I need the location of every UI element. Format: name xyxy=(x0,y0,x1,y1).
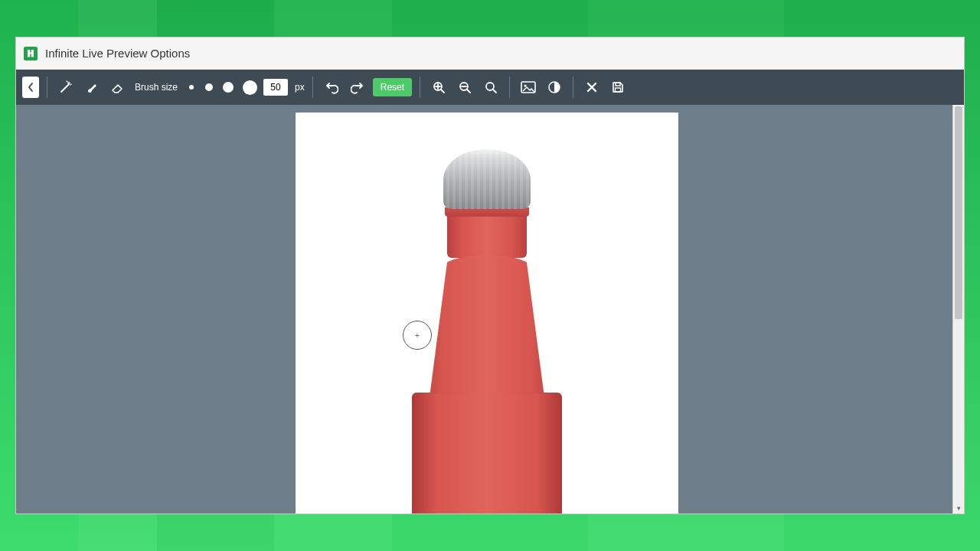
brush-tool-icon[interactable] xyxy=(81,77,103,98)
divider xyxy=(573,77,573,98)
reset-button[interactable]: Reset xyxy=(373,78,412,96)
toolbar: Brush size px Reset xyxy=(16,70,964,105)
close-button[interactable] xyxy=(581,77,603,98)
save-button[interactable] xyxy=(607,77,629,98)
divider xyxy=(420,77,420,98)
svg-point-4 xyxy=(524,84,526,86)
brush-size-input[interactable] xyxy=(263,79,288,96)
product-image xyxy=(412,149,562,514)
zoom-out-button[interactable] xyxy=(454,77,475,98)
window-title: Infinite Live Preview Options xyxy=(45,47,190,60)
zoom-fit-button[interactable] xyxy=(480,77,501,98)
redo-button[interactable] xyxy=(347,77,368,98)
scrollbar-thumb[interactable] xyxy=(955,106,962,319)
eraser-tool-icon[interactable] xyxy=(107,77,129,98)
canvas[interactable] xyxy=(296,112,678,514)
brush-size-xs[interactable] xyxy=(185,77,198,98)
vertical-scrollbar[interactable]: ▾ xyxy=(952,105,964,514)
magic-wand-tool-icon[interactable] xyxy=(55,77,77,98)
app-window: Infinite Live Preview Options Brush size… xyxy=(15,37,965,514)
brush-cursor-icon xyxy=(403,321,432,350)
brush-size-label: Brush size xyxy=(135,82,178,93)
brush-size-md[interactable] xyxy=(220,77,236,98)
brush-size-lg[interactable] xyxy=(240,77,259,98)
scroll-down-icon[interactable]: ▾ xyxy=(953,502,964,514)
zoom-in-button[interactable] xyxy=(428,77,449,98)
divider xyxy=(509,77,510,98)
brush-size-unit: px xyxy=(295,82,305,93)
image-mode-icon[interactable] xyxy=(518,77,539,98)
canvas-area[interactable]: ▾ xyxy=(16,105,964,514)
svg-rect-6 xyxy=(616,83,620,86)
undo-button[interactable] xyxy=(321,77,342,98)
contrast-mode-icon[interactable] xyxy=(544,77,565,98)
app-icon xyxy=(24,47,38,60)
divider xyxy=(312,77,313,98)
divider xyxy=(47,77,47,98)
brush-size-sm[interactable] xyxy=(202,77,216,98)
back-button[interactable] xyxy=(22,77,39,98)
titlebar: Infinite Live Preview Options xyxy=(16,37,964,70)
